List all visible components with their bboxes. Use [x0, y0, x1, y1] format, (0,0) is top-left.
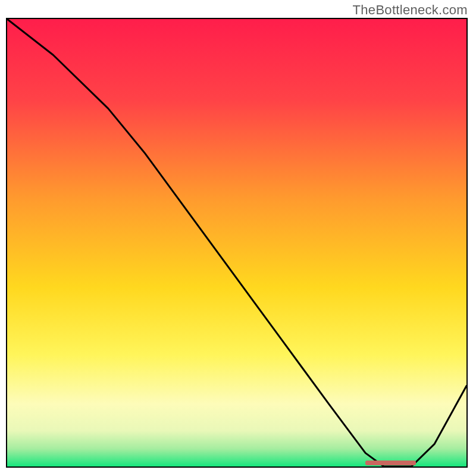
curve-layer [7, 19, 466, 466]
plot-area [6, 18, 468, 468]
chart-frame: TheBottleneck.com [0, 0, 476, 476]
bottleneck-curve [7, 19, 466, 466]
valley-marker [365, 461, 416, 465]
watermark-text: TheBottleneck.com [353, 2, 468, 18]
